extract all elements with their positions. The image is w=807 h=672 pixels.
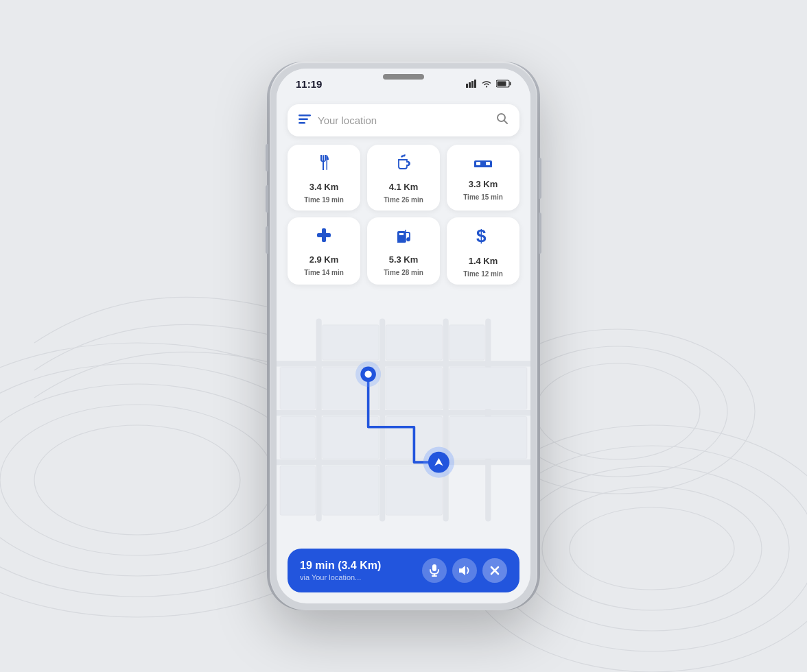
svg-rect-57	[449, 416, 527, 459]
svg-rect-36	[399, 232, 404, 236]
map-svg	[277, 291, 530, 549]
category-hotel[interactable]: 3.3 Km Time 15 min	[447, 145, 519, 211]
svg-rect-20	[510, 82, 511, 86]
cafe-distance: 4.1 Km	[389, 182, 419, 192]
close-button[interactable]	[482, 558, 507, 583]
svg-rect-52	[386, 367, 442, 409]
start-pin-dot	[364, 371, 371, 378]
gas-distance: 5.3 Km	[389, 254, 419, 265]
cafe-icon	[395, 154, 412, 175]
status-time: 11:19	[296, 78, 322, 90]
cafe-time: Time 26 min	[384, 196, 423, 204]
menu-icon[interactable]	[299, 113, 311, 128]
nav-duration: 19 min (3.4 Km)	[300, 560, 415, 572]
svg-rect-61	[432, 564, 436, 571]
svg-rect-55	[323, 416, 379, 459]
svg-point-37	[407, 238, 410, 241]
status-bar: 11:19	[277, 69, 530, 99]
wifi-icon	[481, 80, 492, 88]
battery-icon	[496, 80, 511, 88]
category-atm[interactable]: $ 1.4 Km Time 12 min	[447, 217, 519, 285]
svg-rect-58	[280, 466, 315, 515]
svg-point-18	[486, 86, 487, 88]
medical-time: Time 14 min	[304, 269, 344, 276]
search-input[interactable]: Your location	[318, 115, 489, 126]
svg-rect-23	[299, 119, 308, 121]
atm-icon: $	[476, 227, 490, 249]
hotel-distance: 3.3 Km	[469, 179, 498, 189]
svg-rect-31	[476, 162, 480, 165]
svg-rect-53	[449, 367, 527, 409]
category-restaurant[interactable]: 3.4 Km Time 19 min	[288, 145, 360, 211]
svg-rect-50	[280, 367, 315, 409]
svg-rect-22	[299, 115, 311, 117]
gas-time: Time 28 min	[384, 269, 423, 276]
atm-time: Time 12 min	[463, 270, 503, 278]
svg-rect-49	[449, 325, 484, 360]
atm-distance: 1.4 Km	[469, 256, 498, 266]
svg-text:$: $	[476, 227, 487, 245]
svg-rect-30	[474, 165, 492, 167]
restaurant-distance: 3.4 Km	[309, 182, 339, 192]
svg-rect-59	[323, 466, 379, 515]
category-medical[interactable]: 2.9 Km Time 14 min	[288, 217, 360, 285]
medical-icon	[316, 227, 332, 248]
nav-actions	[422, 558, 507, 583]
status-icons	[466, 80, 511, 88]
signal-icon	[466, 80, 477, 88]
svg-rect-54	[280, 416, 315, 459]
svg-rect-21	[498, 82, 506, 86]
nav-info: 19 min (3.4 Km) via Your location...	[300, 560, 415, 581]
phone-screen: 11:19	[277, 69, 530, 603]
svg-rect-32	[486, 162, 490, 165]
category-cafe[interactable]: 4.1 Km Time 26 min	[367, 145, 440, 211]
hotel-time: Time 15 min	[463, 193, 503, 201]
restaurant-icon	[316, 154, 332, 175]
nav-via: via Your location...	[300, 573, 415, 581]
svg-rect-24	[299, 122, 305, 124]
phone-shell: 11:19	[270, 62, 537, 610]
speaker-button[interactable]	[452, 558, 477, 583]
restaurant-time: Time 19 min	[304, 196, 344, 204]
svg-rect-16	[471, 81, 473, 88]
medical-distance: 2.9 Km	[309, 254, 339, 265]
svg-rect-17	[474, 80, 476, 88]
search-bar[interactable]: Your location	[288, 104, 519, 136]
category-grid: 3.4 Km Time 19 min 4.1 Km	[277, 145, 530, 285]
notch	[383, 74, 424, 80]
category-gas[interactable]: 5.3 Km Time 28 min	[367, 217, 440, 285]
nav-bar: 19 min (3.4 Km) via Your location...	[288, 549, 519, 592]
svg-rect-34	[317, 233, 331, 237]
hotel-icon	[473, 154, 493, 172]
map-area	[277, 291, 530, 549]
search-icon[interactable]	[496, 112, 508, 128]
gas-icon	[395, 227, 412, 248]
app-content: Your location	[277, 99, 530, 603]
microphone-button[interactable]	[422, 558, 447, 583]
svg-rect-47	[323, 325, 379, 360]
svg-rect-15	[469, 82, 471, 88]
svg-line-26	[504, 121, 508, 124]
svg-rect-48	[386, 325, 442, 360]
svg-rect-14	[466, 84, 468, 88]
